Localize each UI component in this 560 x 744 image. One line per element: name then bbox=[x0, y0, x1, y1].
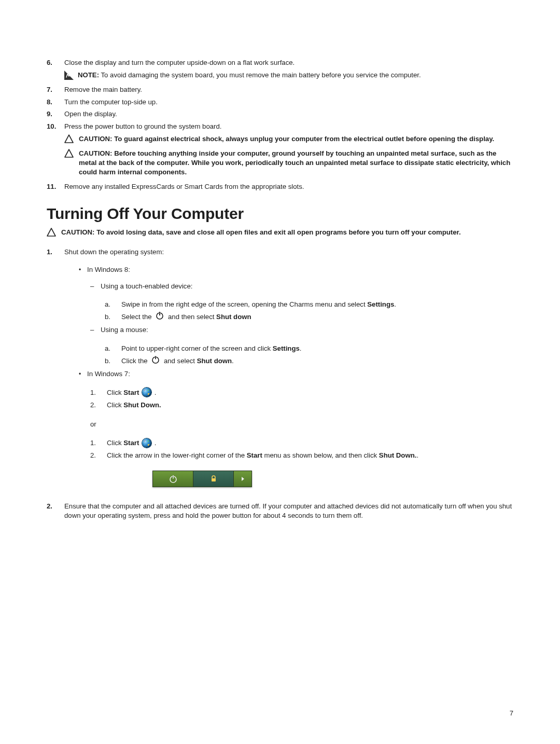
settings-bold: Settings bbox=[273, 345, 300, 352]
step-text: Point to upper-right corner of the scree… bbox=[113, 344, 513, 353]
arrow-segment bbox=[234, 471, 251, 487]
text-mid: and select bbox=[164, 357, 197, 365]
win8-touch-b: b. Select the and then select Shut down bbox=[105, 312, 513, 322]
num-2: 2. bbox=[90, 451, 99, 460]
caution-text: CAUTION: To guard against electrical sho… bbox=[79, 134, 513, 144]
step-text: Turn the computer top-side up. bbox=[56, 98, 513, 107]
win7-label: In Windows 7: bbox=[83, 369, 513, 379]
step-text: Shut down the operating system: bbox=[56, 247, 513, 257]
svg-rect-10 bbox=[212, 478, 216, 481]
step-text: Click the and select Shut down. bbox=[113, 356, 513, 366]
note-body: To avoid damaging the system board, you … bbox=[101, 71, 421, 79]
step-11: 11. Remove any installed ExpressCards or… bbox=[47, 182, 513, 191]
step-8: 8. Turn the computer top-side up. bbox=[47, 98, 513, 107]
start-bold: Start bbox=[247, 451, 262, 459]
step-6: 6. Close the display and turn the comput… bbox=[47, 58, 513, 67]
win8-mouse-b: b. Click the and select Shut down. bbox=[105, 356, 513, 366]
dash: – bbox=[90, 325, 97, 335]
or-separator: or bbox=[90, 420, 513, 429]
step-text: Click Shut Down. bbox=[99, 401, 513, 410]
text-post: . bbox=[416, 451, 418, 459]
caution-label: CAUTION: bbox=[79, 135, 112, 143]
step-text: Click the arrow in the lower-right corne… bbox=[99, 451, 513, 460]
caution-body: To guard against electrical shock, alway… bbox=[114, 135, 494, 143]
step-text: Swipe in from the right edge of the scre… bbox=[113, 300, 513, 309]
power-segment bbox=[153, 471, 193, 487]
step-9: 9. Open the display. bbox=[47, 109, 513, 119]
document-page: 6. Close the display and turn the comput… bbox=[0, 0, 560, 744]
caution-text: CAUTION: Before touching anything inside… bbox=[79, 149, 513, 176]
note-block: NOTE: To avoid damaging the system board… bbox=[64, 71, 513, 80]
text-pre: Click bbox=[107, 389, 123, 396]
win7-p2-2: 2. Click the arrow in the lower-right co… bbox=[90, 451, 513, 460]
text-post: . bbox=[394, 300, 396, 308]
text-pre: Swipe in from the right edge of the scre… bbox=[121, 300, 367, 308]
step-text: Click Start . bbox=[99, 388, 513, 397]
text-pre: Click bbox=[107, 401, 123, 409]
caution-label: CAUTION: bbox=[61, 228, 94, 236]
text-pre: Click bbox=[107, 439, 123, 447]
note-icon bbox=[64, 71, 74, 80]
text-post: . bbox=[152, 389, 156, 396]
step-number: 11. bbox=[47, 182, 56, 191]
caution-label: CAUTION: bbox=[79, 149, 112, 157]
text-pre: Click the arrow in the lower-right corne… bbox=[107, 451, 247, 459]
win8-label: In Windows 8: bbox=[83, 265, 513, 274]
win8-touch-label: Using a touch-enabled device: bbox=[97, 282, 513, 291]
page-number: 7 bbox=[510, 709, 513, 718]
step-text: Press the power button to ground the sys… bbox=[56, 122, 513, 131]
step-text: Click Start . bbox=[99, 438, 513, 448]
win8-touch-a: a. Swipe in from the right edge of the s… bbox=[105, 300, 513, 309]
step-text: Close the display and turn the computer … bbox=[56, 58, 513, 67]
power-icon bbox=[151, 355, 160, 367]
step-number: 2. bbox=[47, 502, 56, 511]
step-7: 7. Remove the main battery. bbox=[47, 85, 513, 94]
caution-icon bbox=[64, 134, 74, 144]
step-text: Remove the main battery. bbox=[56, 85, 513, 94]
step-number: 9. bbox=[47, 109, 56, 119]
letter-a: a. bbox=[105, 300, 113, 309]
note-label: NOTE: bbox=[78, 71, 99, 79]
dash: – bbox=[90, 282, 97, 291]
text-post: . bbox=[300, 345, 302, 352]
num-1: 1. bbox=[90, 438, 99, 448]
lock-segment bbox=[193, 471, 234, 487]
section-heading: Turning Off Your Computer bbox=[47, 203, 513, 225]
text-pre: Point to upper-right corner of the scree… bbox=[121, 345, 273, 352]
text-post: . bbox=[232, 357, 234, 365]
caution-icon bbox=[47, 228, 56, 237]
step-text: Remove any installed ExpressCards or Sma… bbox=[56, 182, 513, 191]
caution-block-2: CAUTION: Before touching anything inside… bbox=[64, 149, 513, 176]
text-post: . bbox=[152, 439, 156, 447]
shutdown-step-1: 1. Shut down the operating system: bbox=[47, 247, 513, 257]
letter-b: b. bbox=[105, 312, 113, 322]
caution-body: Before touching anything inside your com… bbox=[79, 149, 510, 176]
win7-p2-1: 1. Click Start . bbox=[90, 438, 513, 448]
win8-mouse-label: Using a mouse: bbox=[97, 325, 513, 335]
shutdown-bold: Shut down bbox=[197, 357, 232, 365]
caution-text: CAUTION: To avoid losing data, save and … bbox=[61, 228, 513, 237]
letter-a: a. bbox=[105, 344, 113, 353]
step-number: 6. bbox=[47, 58, 56, 67]
settings-bold: Settings bbox=[367, 300, 394, 308]
step-10: 10. Press the power button to ground the… bbox=[47, 122, 513, 131]
step-text: Open the display. bbox=[56, 109, 513, 119]
section-caution: CAUTION: To avoid losing data, save and … bbox=[47, 228, 513, 237]
win7-p1-2: 2. Click Shut Down. bbox=[90, 401, 513, 410]
text-mid: and then select bbox=[168, 313, 216, 321]
step-number: 10. bbox=[47, 122, 56, 131]
start-orb-icon bbox=[142, 438, 151, 448]
shutdown-bold: Shut Down. bbox=[123, 401, 161, 409]
shutdown-step-2: 2. Ensure that the computer and all atta… bbox=[47, 502, 513, 520]
caution-block-1: CAUTION: To guard against electrical sho… bbox=[64, 134, 513, 144]
win8-bullet: • In Windows 8: bbox=[77, 265, 513, 274]
note-text: NOTE: To avoid damaging the system board… bbox=[78, 71, 513, 80]
text-pre: Select the bbox=[121, 313, 153, 321]
start-orb-icon bbox=[142, 388, 151, 397]
text-pre: Click the bbox=[121, 357, 149, 365]
letter-b: b. bbox=[105, 356, 113, 366]
win7-bullet: • In Windows 7: bbox=[77, 369, 513, 379]
win8-mouse-row: – Using a mouse: bbox=[90, 325, 513, 335]
caution-icon bbox=[64, 149, 74, 158]
win8-mouse-a: a. Point to upper-right corner of the sc… bbox=[105, 344, 513, 353]
